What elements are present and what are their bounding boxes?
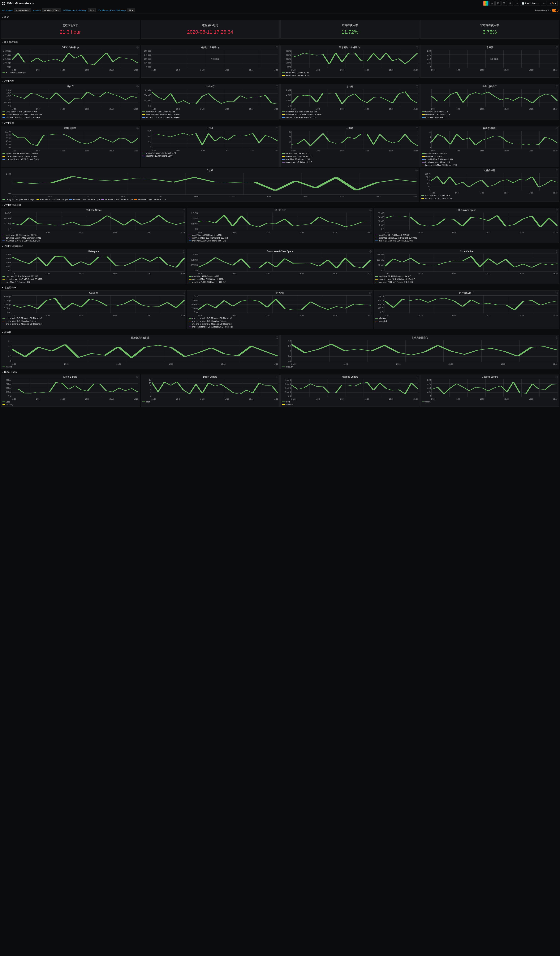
panel-title[interactable]: 加载类数量变化ⓘ	[281, 335, 559, 340]
panel-title[interactable]: Direct Buffersⓘ	[141, 375, 279, 379]
var-heap-select[interactable]: All▾	[88, 8, 96, 12]
row-nonheapdetail[interactable]: JVM 非堆内存详细	[1, 244, 559, 249]
legend-item[interactable]: runnable Max: 9.00 Current: 9.00	[422, 158, 558, 161]
chart-plot[interactable]	[198, 212, 371, 230]
panel-info-icon[interactable]: ⓘ	[555, 291, 558, 295]
panel-info-icon[interactable]: ⓘ	[555, 169, 558, 172]
panel-info-icon[interactable]: ⓘ	[555, 376, 558, 379]
legend-item[interactable]: max Max: 15.00 MiB Current: 15.00 MiB	[375, 239, 557, 242]
panel-title[interactable]: 堆内存ⓘ	[1, 84, 140, 89]
panel-info-icon[interactable]: ⓘ	[136, 85, 138, 88]
panel-title[interactable]: 错误数(1分钟平均)ⓘ	[141, 45, 279, 50]
legend-item[interactable]: count	[422, 400, 558, 403]
chart-plot[interactable]	[152, 379, 278, 397]
var-app-select[interactable]: spring-demo▾	[14, 8, 31, 12]
legend-item[interactable]: promoted	[375, 320, 557, 322]
panel-info-icon[interactable]: ⓘ	[415, 169, 417, 172]
save-button[interactable]: 🖫	[502, 1, 507, 6]
panel-title[interactable]: Loadⓘ	[141, 126, 279, 130]
legend-item[interactable]: live Max: 25.0 Current: 25.0	[282, 152, 418, 155]
chart-plot[interactable]	[12, 131, 138, 149]
row-buffer[interactable]: Buffer Pools	[1, 370, 559, 374]
panel-title[interactable]: PS Survivor Spaceⓘ	[374, 208, 559, 212]
panel-info-icon[interactable]: ⓘ	[276, 127, 278, 130]
legend-item[interactable]: used Max: 32.7 MiB Current: 32.7 MiB	[3, 275, 185, 278]
legend-item[interactable]: used	[282, 400, 418, 403]
chart-plot[interactable]	[291, 50, 418, 68]
legend-item[interactable]: process-1h Max: 0.01% Current: 0.01%	[3, 158, 138, 161]
legend-item[interactable]: avg end of major GC (Metadata GC Thresho…	[189, 317, 371, 320]
chart-plot[interactable]	[384, 296, 557, 313]
legend-item[interactable]: commited Max: 810 MiB Current: 810 MiB	[3, 236, 185, 239]
row-golden[interactable]: 服务黄金指标	[1, 39, 559, 45]
legend-item[interactable]: used Max: 224 KiB Current: 224 KiB	[375, 234, 557, 236]
legend-item[interactable]: used Max: 47 MiB Current: 47 MiB	[143, 110, 278, 113]
legend-item[interactable]: system Max: 46.34% Current: 20.46%	[3, 152, 138, 155]
panel-title[interactable]: 日志数ⓘ	[1, 168, 419, 173]
panel-info-icon[interactable]: ⓘ	[276, 376, 278, 379]
panel-info-icon[interactable]: ⓘ	[369, 250, 372, 253]
star-button[interactable]: ☆	[489, 1, 495, 6]
panel-title[interactable]: Metaspaceⓘ	[1, 249, 186, 253]
panel-title[interactable]: 内存分配/晋升ⓘ	[374, 291, 559, 296]
chart-plot[interactable]	[12, 89, 138, 107]
panel-title[interactable]: Compressed Class Spaceⓘ	[187, 249, 372, 253]
panel-info-icon[interactable]: ⓘ	[136, 46, 138, 49]
panel-info-icon[interactable]: ⓘ	[555, 127, 558, 130]
row-overview[interactable]: 概览	[1, 14, 559, 20]
legend-item[interactable]: blocked Max: 0 Current: 0	[422, 152, 558, 155]
legend-item[interactable]: commited Max: 15.00 MiB Current: 15.00 M…	[375, 236, 557, 239]
chart-plot[interactable]	[12, 173, 417, 195]
legend-item[interactable]: process Max: 0.04% Current: 0.01%	[3, 155, 138, 158]
legend-item[interactable]: avg end of minor GC (Metadata GC Thresho…	[189, 322, 371, 325]
legend-item[interactable]: max Max: 2.667 GiB Current: 2.667 GiB	[189, 239, 371, 242]
legend-item[interactable]: process Max: -1.0 Current: -1.0	[282, 161, 418, 164]
row-classload[interactable]: 类加载	[1, 330, 559, 335]
panel-title[interactable]: Code Cacheⓘ	[374, 249, 559, 253]
panel-info-icon[interactable]: ⓘ	[555, 250, 558, 253]
legend-item[interactable]: committed Max: 927 MiB Current: 927 MiB	[3, 113, 138, 116]
legend-item[interactable]: HTTP - MAX Current: 16 ms	[282, 74, 418, 77]
chart-plot[interactable]: No data	[152, 50, 278, 68]
chart-plot[interactable]	[12, 253, 185, 272]
panel-title[interactable]: Mapped Buffersⓘ	[281, 375, 419, 379]
panel-info-icon[interactable]: ⓘ	[276, 46, 278, 49]
row-load[interactable]: JVM 负载	[1, 120, 559, 126]
legend-item[interactable]: capacity	[282, 403, 418, 406]
chart-plot[interactable]	[431, 89, 558, 107]
legend-item[interactable]: used Max: 4 MiB Current: 4 MiB	[189, 275, 371, 278]
legend-item[interactable]: max Max: 1.234 GiB Current: 1.234 GiB	[143, 116, 278, 119]
chart-plot[interactable]	[431, 131, 558, 149]
legend-item[interactable]: open Max: 98.0 Current: 96.0	[422, 194, 558, 197]
chart-plot[interactable]	[12, 50, 138, 68]
panel-info-icon[interactable]: ⓘ	[136, 127, 138, 130]
legend-item[interactable]: max Max: 10.2 K Current: 10.2 K	[422, 197, 558, 200]
chart-plot[interactable]	[291, 340, 557, 362]
panel-info-icon[interactable]: ⓘ	[276, 336, 278, 340]
share-button[interactable]: ⇱	[496, 1, 501, 6]
legend-item[interactable]: capacity	[3, 403, 138, 406]
legend-item[interactable]: max Max: 1.303 GiB Current: 1.303 GiB	[3, 239, 185, 242]
panel-title[interactable]: JVM 进程内存ⓘ	[420, 84, 559, 89]
legend-item[interactable]: end of minor GC (Allocation Failure)	[3, 320, 185, 322]
legend-item[interactable]: used Max: 15 MiB Current: 15 MiB	[189, 234, 371, 236]
legend-item[interactable]: used Max: 526 MiB Current: 526 MiB	[282, 110, 418, 113]
legend-item[interactable]: max Max: 240.0 MiB Current: 240.0 MiB	[375, 281, 557, 283]
chart-plot[interactable]	[152, 130, 278, 148]
panel-title[interactable]: QPS(1分钟平均)ⓘ	[1, 45, 140, 50]
chart-plot[interactable]	[291, 379, 418, 397]
legend-item[interactable]: end of minor GC (Metadata GC Threshold)	[3, 322, 185, 325]
chart-plot[interactable]	[152, 89, 278, 107]
chart-plot[interactable]	[12, 212, 185, 230]
time-range-picker[interactable]: 🕘Last 1 hour▾	[520, 1, 540, 6]
legend-item[interactable]: loaded	[3, 365, 12, 368]
panel-info-icon[interactable]: ⓘ	[555, 336, 558, 340]
chart-plot[interactable]	[384, 212, 557, 230]
legend-item[interactable]: max Max: 3.985 GiB Current: 3.985 GiB	[3, 116, 138, 119]
legend-item[interactable]: max Max: 5.22 GiB Current: 5.22 GiB	[282, 116, 418, 119]
panel-info-icon[interactable]: ⓘ	[555, 85, 558, 88]
legend-item[interactable]: commited Max: 10.4 MiB Current: 10.4 MiB	[375, 278, 557, 281]
chart-plot[interactable]	[291, 131, 418, 149]
legend-item[interactable]: timed-waiting Max: 2.00 Current: 2.00	[422, 164, 558, 167]
panel-info-icon[interactable]: ⓘ	[136, 376, 138, 379]
